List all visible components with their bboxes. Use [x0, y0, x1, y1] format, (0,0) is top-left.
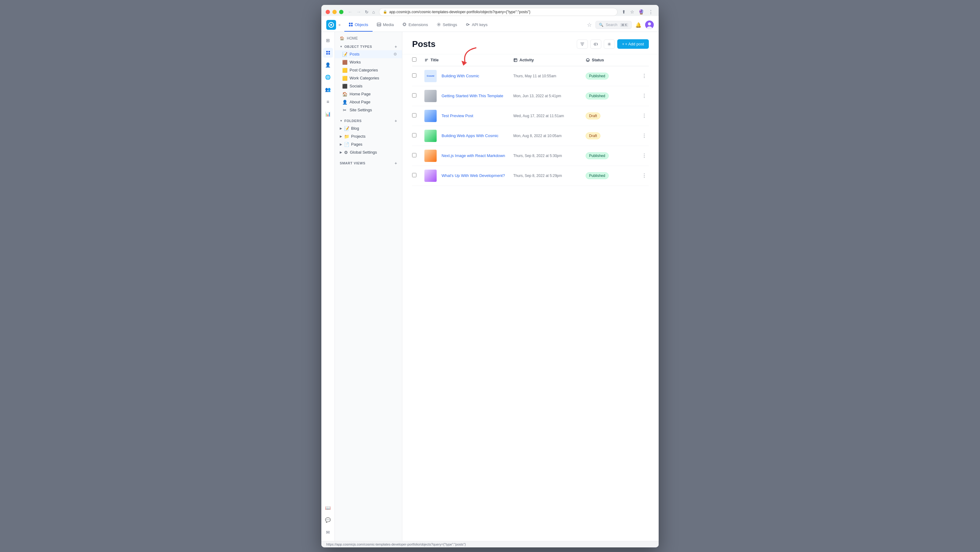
work-categories-label: Work Categories — [350, 76, 379, 80]
nav-item-about-page[interactable]: 👤 About Page — [335, 98, 402, 106]
code-button[interactable] — [590, 40, 601, 49]
minimize-button[interactable] — [332, 10, 337, 14]
folder-arrow-global-settings: ▶ — [340, 151, 342, 154]
nav-item-site-settings[interactable]: ✂ Site Settings — [335, 106, 402, 114]
object-types-label: OBJECT TYPES — [344, 45, 372, 48]
add-post-button[interactable]: + + Add post — [617, 39, 649, 49]
add-smart-view-button[interactable]: + — [395, 161, 397, 165]
nav-item-posts[interactable]: 📝 Posts ⚙ — [335, 50, 402, 58]
nav-right: ☆ 🔍 Search ⌘ K 🔔 — [587, 21, 654, 29]
nav-item-works[interactable]: 🟫 Works ⚙ — [335, 58, 402, 66]
sidebar-icon-user[interactable]: 👤 — [323, 60, 333, 70]
about-page-label: About Page — [350, 100, 371, 104]
object-types-collapse-icon[interactable]: ▼ — [340, 45, 342, 48]
row-checkbox-5[interactable] — [412, 153, 417, 157]
address-bar[interactable]: 🔒 app.cosmicjs.com/cosmic-templates-deve… — [379, 8, 617, 16]
sidebar-icon-book[interactable]: 📖 — [323, 503, 333, 513]
row-checkbox-2[interactable] — [412, 93, 417, 97]
app-body: ⊞ 👤 🌐 👥 ≡ 📊 📖 💬 ✉ 🏠 HOME ▼ OBJEC — [321, 32, 659, 541]
nav-item-work-categories[interactable]: 🟨 Work Categories — [335, 74, 402, 82]
sidebar-icon-chat[interactable]: 💬 — [323, 515, 333, 525]
row-title-5[interactable]: Next.js Image with React Markdown — [442, 153, 508, 158]
nav-home-item[interactable]: 🏠 HOME — [335, 34, 402, 42]
window-controls — [326, 10, 344, 14]
more-button[interactable]: ⋮ — [647, 9, 654, 15]
row-title-6[interactable]: What's Up With Web Development? — [442, 173, 508, 178]
table-row: Cosmi Building With Cosmic Thurs, May 11… — [412, 66, 649, 86]
settings-button[interactable] — [604, 40, 615, 49]
folder-pages[interactable]: ▶ 📄 Pages — [335, 140, 402, 148]
sidebar-icon-content[interactable] — [323, 48, 333, 58]
tab-objects[interactable]: Objects — [344, 18, 372, 32]
url-text: app.cosmicjs.com/cosmic-templates-develo… — [389, 10, 530, 14]
sidebar-icon-user2[interactable]: 👥 — [323, 84, 333, 94]
more-button-1[interactable]: ⋮ — [641, 72, 647, 80]
row-checkbox-3[interactable] — [412, 113, 417, 118]
add-folder-button[interactable]: + — [395, 118, 397, 123]
more-button-5[interactable]: ⋮ — [641, 152, 647, 159]
tab-settings[interactable]: Settings — [432, 18, 461, 32]
folder-global-settings[interactable]: ▶ ⚙ Global Settings — [335, 148, 402, 156]
more-button-4[interactable]: ⋮ — [641, 132, 647, 139]
browser-window: ← → ↻ ⌂ 🔒 app.cosmicjs.com/cosmic-templa… — [321, 5, 659, 547]
row-checkbox-4[interactable] — [412, 133, 417, 137]
row-title-3[interactable]: Test Preview Post — [442, 113, 508, 118]
add-icon: + — [622, 42, 625, 46]
row-thumb-4 — [425, 130, 437, 142]
back-button[interactable]: ← — [347, 9, 354, 15]
select-all-checkbox[interactable] — [412, 57, 417, 62]
home-button[interactable]: ⌂ — [371, 9, 376, 15]
forward-button[interactable]: → — [355, 9, 363, 15]
nav-expand-button[interactable]: « — [339, 23, 340, 27]
th-title: Title — [425, 58, 508, 62]
tab-media[interactable]: Media — [372, 18, 398, 32]
smart-views-section-header: SMART VIEWS + — [335, 159, 402, 167]
bookmark-button[interactable]: ☆ — [629, 9, 635, 15]
row-checkbox-6[interactable] — [412, 173, 417, 177]
filter-button[interactable] — [577, 40, 588, 49]
nav-item-socials[interactable]: ⬛ Socials — [335, 82, 402, 90]
nav-item-home-page[interactable]: 🏠 Home Page — [335, 90, 402, 98]
nav-tabs: Objects Media Extensions Settings API ke… — [344, 18, 492, 32]
th-activity: Activity — [513, 58, 581, 62]
sidebar-icon-chart[interactable]: 📊 — [323, 109, 333, 119]
row-title-1[interactable]: Building With Cosmic — [442, 73, 508, 78]
svg-point-20 — [586, 59, 589, 62]
folders-collapse-icon[interactable]: ▼ — [340, 119, 342, 122]
notification-button[interactable]: 🔔 — [635, 22, 641, 28]
status-badge-3: Draft — [585, 113, 600, 119]
more-button-6[interactable]: ⋮ — [641, 172, 647, 179]
close-button[interactable] — [326, 10, 330, 14]
row-title-2[interactable]: Getting Started With This Template — [442, 94, 508, 98]
app-nav: « Objects Media Extensions Settings API … — [321, 18, 659, 32]
extensions-button[interactable]: 🔮 — [637, 9, 646, 15]
nav-item-post-categories[interactable]: 🟨 Post Categories — [335, 66, 402, 74]
favorite-button[interactable]: ☆ — [587, 21, 592, 28]
tab-api-keys[interactable]: API keys — [461, 18, 492, 32]
folder-blog[interactable]: ▶ 📝 Blog — [335, 124, 402, 132]
row-title-4[interactable]: Building Web Apps With Cosmic — [442, 134, 508, 138]
post-categories-label: Post Categories — [350, 68, 378, 72]
row-status-2: Published — [585, 92, 635, 99]
sidebar-icon-list[interactable]: ≡ — [323, 97, 333, 107]
header-actions: + + Add post — [577, 39, 649, 49]
table-row: Building Web Apps With Cosmic Mon, Aug 8… — [412, 126, 649, 146]
sidebar-icon-mail[interactable]: ✉ — [323, 528, 333, 537]
folder-projects[interactable]: ▶ 📁 Projects — [335, 132, 402, 140]
sidebar-icon-objects[interactable]: ⊞ — [323, 36, 333, 45]
more-button-3[interactable]: ⋮ — [641, 112, 647, 119]
share-button[interactable]: ⬆ — [620, 9, 627, 15]
maximize-button[interactable] — [339, 10, 344, 14]
add-object-type-button[interactable]: + — [395, 44, 397, 49]
more-button-2[interactable]: ⋮ — [641, 92, 647, 99]
reload-button[interactable]: ↻ — [364, 9, 370, 15]
search-box[interactable]: 🔍 Search ⌘ K — [595, 21, 632, 29]
avatar[interactable] — [645, 21, 654, 29]
tab-extensions[interactable]: Extensions — [398, 18, 432, 32]
row-checkbox-1[interactable] — [412, 73, 417, 78]
status-badge-1: Published — [585, 73, 609, 80]
row-activity-2: Mon, Jun 13, 2022 at 5:41pm — [513, 94, 581, 98]
posts-settings-icon[interactable]: ⚙ — [393, 52, 397, 56]
sidebar-icon-globe[interactable]: 🌐 — [323, 72, 333, 82]
global-settings-folder-icon: ⚙ — [344, 150, 348, 155]
